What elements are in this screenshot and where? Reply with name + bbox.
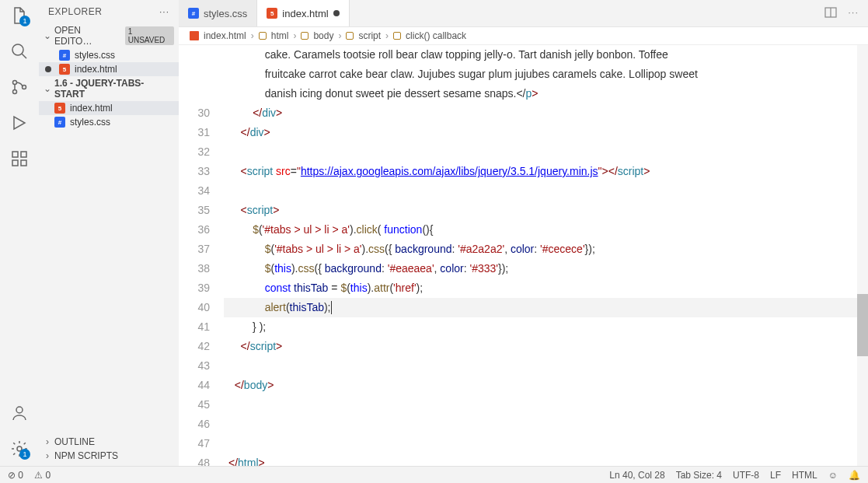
- chevron-down-icon: ⌄: [44, 83, 51, 94]
- tab-size[interactable]: Tab Size: 4: [676, 470, 722, 481]
- chevron-right-icon: ›: [44, 436, 51, 447]
- svg-point-2: [13, 90, 17, 94]
- explorer-title: EXPLORER: [48, 6, 102, 17]
- html-file-icon: [190, 31, 199, 40]
- svg-rect-5: [21, 152, 26, 157]
- eol[interactable]: LF: [770, 470, 781, 481]
- account-icon[interactable]: [10, 404, 29, 422]
- activity-bar: 1 1: [0, 0, 39, 466]
- svg-rect-7: [21, 160, 26, 166]
- editor-more-icon[interactable]: ···: [848, 6, 859, 21]
- minimap[interactable]: [857, 45, 868, 466]
- explorer-icon[interactable]: 1: [10, 6, 29, 25]
- modified-dot-icon: [45, 66, 51, 72]
- tag-icon: [259, 32, 267, 40]
- npm-scripts-section[interactable]: › NPM SCRIPTS: [39, 449, 179, 463]
- settings-icon[interactable]: 1: [10, 439, 29, 458]
- chevron-down-icon: ⌄: [44, 30, 51, 41]
- minimap-thumb[interactable]: [857, 294, 868, 356]
- language-mode[interactable]: HTML: [792, 470, 817, 481]
- editor-area: # styles.css 5 index.html ··· index.html…: [179, 0, 868, 466]
- css-file-icon: #: [59, 50, 70, 61]
- encoding[interactable]: UTF-8: [733, 470, 759, 481]
- tag-icon: [393, 32, 401, 40]
- feedback-icon[interactable]: ☺: [828, 470, 838, 481]
- tag-icon: [346, 32, 354, 40]
- html-file-icon: 5: [54, 103, 65, 114]
- tab-styles[interactable]: # styles.css: [179, 0, 257, 26]
- status-bar: ⊘ 0 ⚠ 0 Ln 40, Col 28 Tab Size: 4 UTF-8 …: [0, 466, 868, 483]
- svg-point-1: [13, 81, 17, 85]
- file-styles[interactable]: # styles.css: [39, 115, 179, 129]
- open-editors-section[interactable]: ⌄ OPEN EDITO… 1 UNSAVED: [39, 23, 179, 48]
- css-file-icon: #: [188, 8, 199, 19]
- breadcrumb[interactable]: index.html › html › body › script › clic…: [179, 27, 868, 45]
- svg-point-8: [16, 407, 23, 413]
- open-editor-index[interactable]: 5 index.html: [39, 62, 179, 76]
- unsaved-badge: 1 UNSAVED: [125, 26, 174, 45]
- folder-section[interactable]: ⌄ 1.6 - JQUERY-TABS-START: [39, 76, 179, 101]
- chevron-right-icon: ›: [44, 450, 51, 461]
- extensions-icon[interactable]: [10, 149, 29, 168]
- file-index[interactable]: 5 index.html: [39, 101, 179, 115]
- split-editor-icon[interactable]: [824, 6, 837, 21]
- debug-icon[interactable]: [10, 114, 29, 132]
- html-file-icon: 5: [59, 64, 70, 75]
- svg-rect-4: [12, 152, 18, 157]
- svg-rect-6: [12, 160, 18, 166]
- tab-index[interactable]: 5 index.html: [257, 0, 349, 26]
- cursor-position[interactable]: Ln 40, Col 28: [609, 470, 664, 481]
- code-editor[interactable]: 30313233343536373839404142434445464748 c…: [179, 45, 868, 466]
- modified-dot-icon: [333, 10, 340, 16]
- warnings-count[interactable]: ⚠ 0: [34, 470, 51, 481]
- explorer-badge: 1: [19, 16, 30, 26]
- search-icon[interactable]: [10, 42, 29, 61]
- line-gutter: 30313233343536373839404142434445464748: [179, 45, 224, 466]
- settings-badge: 1: [19, 449, 30, 460]
- tag-icon: [301, 32, 309, 40]
- css-file-icon: #: [54, 117, 65, 128]
- explorer-sidebar: EXPLORER ··· ⌄ OPEN EDITO… 1 UNSAVED # s…: [39, 0, 179, 466]
- svg-point-0: [12, 44, 23, 55]
- notifications-icon[interactable]: 🔔: [849, 470, 860, 481]
- tab-bar: # styles.css 5 index.html ···: [179, 0, 868, 27]
- code-lines[interactable]: cake. Caramels tootsie roll bear claw to…: [224, 45, 868, 466]
- explorer-more-icon[interactable]: ···: [159, 6, 169, 17]
- source-control-icon[interactable]: [10, 78, 29, 96]
- outline-section[interactable]: › OUTLINE: [39, 435, 179, 449]
- open-editor-styles[interactable]: # styles.css: [39, 48, 179, 62]
- errors-count[interactable]: ⊘ 0: [8, 470, 23, 481]
- html-file-icon: 5: [267, 8, 277, 19]
